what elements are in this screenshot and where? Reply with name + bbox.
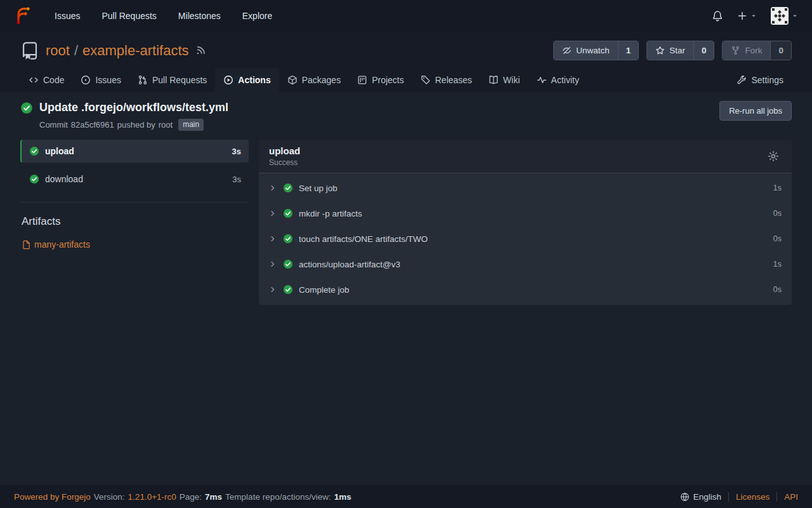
tab-projects[interactable]: Projects: [349, 68, 412, 92]
job-detail-header: upload Success: [259, 140, 792, 173]
step-row-upload-artifact[interactable]: actions/upload-artifact@v3 1s: [259, 251, 792, 277]
success-check-icon: [283, 234, 293, 244]
code-icon: [29, 75, 39, 85]
artifacts-heading: Artifacts: [22, 215, 249, 228]
steps-list: Set up job 1s mkdir -p artifacts 0s: [259, 173, 792, 305]
create-new-menu[interactable]: [737, 11, 757, 21]
rerun-all-jobs-button[interactable]: Re-run all jobs: [719, 101, 792, 121]
caret-down-icon: [792, 13, 798, 19]
user-avatar: [771, 7, 789, 25]
job-detail-name: upload: [269, 145, 300, 156]
forgejo-logo[interactable]: [14, 6, 33, 25]
unwatch-button[interactable]: Unwatch: [554, 41, 618, 60]
run-body: upload 3s download 3s Artifacts: [20, 140, 792, 305]
tab-releases[interactable]: Releases: [412, 68, 480, 92]
success-check-icon: [29, 146, 39, 156]
fork-label: Fork: [745, 46, 762, 55]
tab-issues[interactable]: Issues: [72, 68, 129, 92]
pulse-icon: [537, 75, 547, 85]
commit-author[interactable]: root: [159, 120, 173, 130]
commit-label: Commit: [39, 120, 68, 130]
template-time-value: 1ms: [334, 492, 351, 502]
sidebar-divider: [20, 202, 249, 203]
chevron-right-icon: [269, 184, 277, 192]
rss-feed-icon[interactable]: [195, 45, 206, 56]
tab-wiki[interactable]: Wiki: [480, 68, 528, 92]
repo-action-buttons: Unwatch 1 Star 0: [553, 41, 792, 60]
branch-badge[interactable]: main: [178, 119, 204, 131]
watchers-count[interactable]: 1: [618, 41, 639, 60]
success-check-icon: [20, 102, 33, 114]
nav-explore[interactable]: Explore: [242, 11, 272, 21]
nav-issues[interactable]: Issues: [55, 11, 80, 21]
tab-activity[interactable]: Activity: [528, 68, 587, 92]
run-commit-meta: Commit 82a5cf6961 pushed by root main: [39, 119, 228, 131]
star-button-group: Star 0: [646, 41, 714, 60]
nav-milestones[interactable]: Milestones: [178, 11, 221, 21]
step-name: Complete job: [299, 285, 350, 295]
user-menu[interactable]: [771, 7, 798, 25]
step-row-complete-job[interactable]: Complete job 0s: [259, 277, 792, 302]
job-detail-panel: upload Success: [259, 140, 792, 305]
version-link[interactable]: 1.21.0+1-rc0: [128, 492, 176, 502]
chevron-right-icon: [269, 210, 277, 217]
fork-icon: [731, 46, 740, 55]
repo-tabs: Code Issues Pull Requests Actions: [20, 68, 792, 92]
tools-icon: [737, 75, 747, 85]
step-row-setup-job[interactable]: Set up job 1s: [259, 175, 792, 201]
page-time-value: 7ms: [205, 492, 222, 502]
nav-pull-requests[interactable]: Pull Requests: [102, 11, 156, 21]
step-name: Set up job: [299, 184, 337, 193]
repo-owner-link[interactable]: root: [46, 43, 70, 59]
pull-request-icon: [138, 75, 148, 85]
repo-separator: /: [74, 43, 78, 59]
tab-actions[interactable]: Actions: [215, 68, 278, 92]
api-link[interactable]: API: [776, 492, 798, 502]
language-selector[interactable]: English: [673, 492, 728, 502]
step-row-touch[interactable]: touch artifacts/ONE artifacts/TWO 0s: [259, 226, 792, 251]
licenses-link[interactable]: Licenses: [728, 492, 776, 502]
footer-info: Powered by Forgejo Version: 1.21.0+1-rc0…: [14, 492, 351, 502]
notifications-bell-icon[interactable]: [712, 10, 723, 22]
chevron-right-icon: [269, 286, 277, 293]
step-row-mkdir[interactable]: mkdir -p artifacts 0s: [259, 201, 792, 226]
play-circle-icon: [223, 75, 233, 85]
tab-label: Pull Requests: [152, 75, 207, 85]
step-duration: 0s: [773, 209, 782, 218]
repo-name-link[interactable]: example-artifacts: [82, 43, 189, 59]
forks-count[interactable]: 0: [770, 41, 791, 60]
tab-label: Settings: [751, 75, 783, 85]
unwatch-label: Unwatch: [576, 46, 610, 55]
project-icon: [357, 75, 367, 85]
eye-slash-icon: [562, 46, 572, 55]
tab-label: Issues: [95, 75, 121, 85]
artifact-link-many-artifacts[interactable]: many-artifacts: [22, 239, 90, 250]
job-item-upload[interactable]: upload 3s: [20, 140, 249, 163]
star-button[interactable]: Star: [647, 41, 693, 60]
repo-header: root / example-artifacts Unwatch: [0, 32, 812, 92]
job-item-download[interactable]: download 3s: [20, 168, 249, 190]
top-navbar: Issues Pull Requests Milestones Explore: [0, 0, 812, 32]
tab-settings[interactable]: Settings: [728, 68, 792, 92]
commit-sha[interactable]: 82a5cf6961: [71, 120, 114, 130]
stars-count[interactable]: 0: [693, 41, 714, 60]
tab-label: Activity: [551, 75, 579, 85]
package-icon: [287, 75, 298, 85]
step-duration: 1s: [773, 184, 782, 192]
tab-code[interactable]: Code: [20, 68, 72, 92]
fork-button[interactable]: Fork: [723, 41, 770, 60]
tab-label: Projects: [372, 75, 404, 85]
tab-packages[interactable]: Packages: [279, 68, 349, 92]
job-options-gear-icon[interactable]: [765, 148, 782, 164]
fork-button-group: Fork 0: [722, 41, 792, 60]
artifact-name: many-artifacts: [34, 239, 90, 250]
job-detail-titles: upload Success: [269, 145, 300, 167]
navbar-right: [712, 7, 798, 25]
tab-pull-requests[interactable]: Pull Requests: [129, 68, 215, 92]
powered-by-link[interactable]: Powered by Forgejo: [14, 492, 91, 502]
job-name: upload: [45, 146, 74, 156]
watch-button-group: Unwatch 1: [553, 41, 639, 60]
pushed-by-label: pushed by: [117, 120, 155, 130]
star-icon: [655, 46, 665, 55]
chevron-right-icon: [269, 260, 277, 268]
